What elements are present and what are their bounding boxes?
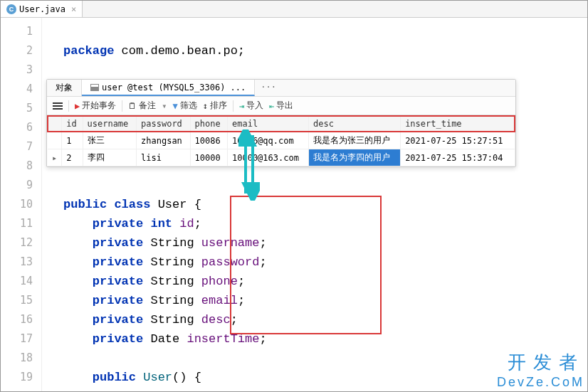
- tab-bar: C User.java ×: [1, 1, 587, 18]
- table-row[interactable]: 1 张三 zhangsan 10086 10086@qq.com 我是名为张三的…: [48, 132, 515, 149]
- sort-button[interactable]: ↕排序: [203, 100, 227, 112]
- note-icon: 🗒: [128, 101, 137, 111]
- db-tab-more[interactable]: ...: [255, 80, 282, 96]
- col-insert-time[interactable]: insert_time: [401, 116, 515, 132]
- col-email[interactable]: email: [227, 116, 308, 132]
- export-button[interactable]: ⇤导出: [269, 100, 293, 112]
- db-toolbar: ▶开始事务 🗒备注 ▾ ▼筛选 ↕排序 ⇥导入 ⇤导出: [47, 97, 515, 115]
- col-id[interactable]: id: [62, 116, 83, 132]
- db-result-popup: 对象 user @test (MYSQL5_3306) ... ... ▶开始事…: [46, 79, 516, 167]
- sort-icon: ↕: [203, 101, 208, 111]
- field-email: email: [201, 294, 238, 307]
- watermark: 开发者 DevZe.CoM: [497, 350, 584, 390]
- field-id: id: [179, 217, 194, 231]
- col-phone[interactable]: phone: [190, 116, 227, 132]
- field-desc: desc: [201, 313, 231, 327]
- close-icon[interactable]: ×: [71, 4, 76, 14]
- field-password: password: [201, 255, 260, 269]
- field-username: username: [201, 236, 260, 250]
- play-icon: ▶: [75, 101, 80, 111]
- menu-icon[interactable]: [53, 102, 63, 110]
- db-tab-table[interactable]: user @test (MYSQL5_3306) ...: [82, 80, 255, 96]
- begin-tx-button[interactable]: ▶开始事务: [75, 100, 116, 112]
- col-username[interactable]: username: [83, 116, 137, 132]
- memo-button[interactable]: 🗒备注: [128, 100, 156, 112]
- import-icon: ⇥: [239, 101, 244, 111]
- col-marker: [48, 116, 62, 132]
- file-tab[interactable]: C User.java ×: [1, 1, 83, 17]
- db-tab-object[interactable]: 对象: [47, 80, 82, 96]
- db-table: id username password phone email desc in…: [47, 115, 515, 166]
- package-path: com.demo.bean.po;: [114, 44, 245, 58]
- field-phone: phone: [201, 275, 238, 288]
- funnel-icon: ▼: [172, 101, 177, 111]
- db-tabs: 对象 user @test (MYSQL5_3306) ... ...: [47, 80, 515, 97]
- field-inserttime: insertTime: [187, 332, 259, 346]
- class-decl: public class: [63, 198, 158, 211]
- col-password[interactable]: password: [137, 116, 191, 132]
- table-icon: [90, 84, 99, 91]
- code-area[interactable]: package com.demo.bean.po; import java.ut…: [42, 18, 587, 391]
- db-table-header: id username password phone email desc in…: [48, 116, 515, 132]
- tab-filename: User.java: [19, 4, 65, 14]
- editor: 12345678910111213141516171819 package co…: [1, 18, 587, 391]
- constructor-name: User: [143, 371, 172, 384]
- import-button[interactable]: ⇥导入: [239, 100, 263, 112]
- col-desc[interactable]: desc: [309, 116, 401, 132]
- current-row-icon: ▸: [48, 149, 62, 166]
- selected-cell[interactable]: 我是名为李四的用户: [309, 149, 401, 166]
- java-class-icon: C: [6, 4, 16, 14]
- filter-button[interactable]: ▼筛选: [172, 100, 196, 112]
- table-row[interactable]: ▸ 2 李四 lisi 10000 10000@163.com 我是名为李四的用…: [48, 149, 515, 166]
- line-gutter: 12345678910111213141516171819: [1, 18, 42, 391]
- keyword-package: package: [63, 44, 114, 58]
- export-icon: ⇤: [269, 101, 274, 111]
